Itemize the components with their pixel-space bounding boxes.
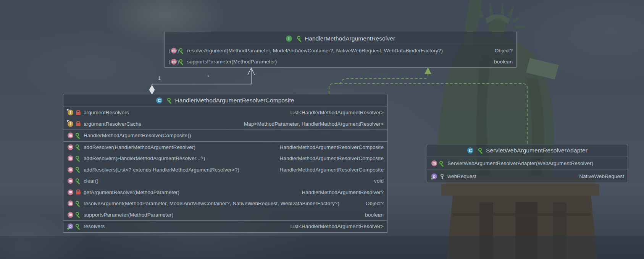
public-visibility-icon [76,156,81,161]
constructor-row[interactable]: m ServletWebArgumentResolverAdapter(WebA… [427,157,628,170]
member-type: void [367,178,384,184]
public-visibility-icon [76,178,81,184]
method-icon: m [68,178,73,184]
class-name: HandlerMethodArgumentResolver [305,35,395,42]
method-icon: m [68,167,73,173]
member-type: List<HandlerMethodArgumentResolver> [284,110,384,115]
public-visibility-icon [478,148,483,153]
multiplicity-label-one: 1 [158,76,161,81]
member-name: addResolvers(HandlerMethodArgumentResolv… [84,155,205,161]
member-type: List<HandlerMethodArgumentResolver> [284,223,384,229]
multiplicity-label-many: * [207,74,209,80]
public-visibility-icon [76,201,81,206]
method-icon: m [68,189,73,195]
member-row-add-resolvers-list[interactable]: m addResolvers(List<? extends HandlerMet… [63,164,387,176]
member-type: boolean [358,212,384,218]
member-type: Map<MethodParameter, HandlerMethodArgume… [237,121,384,127]
field-row-argument-resolver-cache[interactable]: f argumentResolverCache Map<MethodParame… [63,118,387,130]
member-name: argumentResolvers [84,110,129,115]
class-icon: C [156,97,162,104]
member-row-add-resolvers-varargs[interactable]: m addResolvers(HandlerMethodArgumentReso… [63,153,387,164]
member-row-supports-parameter[interactable]: m supportsParameter(MethodParameter) boo… [63,209,387,221]
public-visibility-icon [439,161,444,166]
aggregation-line [152,68,251,86]
aggregation-edge [152,68,255,86]
member-type: Object? [359,201,384,206]
abstract-method-icon: m [171,48,177,53]
method-icon: m [68,155,73,161]
method-icon: m [68,144,73,150]
private-lock-icon [76,110,81,115]
class-icon: C [467,147,473,154]
class-title[interactable]: I HandlerMethodArgumentResolver [165,32,516,45]
property-row-resolvers[interactable]: p resolvers List<HandlerMethodArgumentRe… [63,220,387,232]
implements-arrowhead [424,67,431,74]
member-name: supportsParameter(MethodParameter) [187,59,277,65]
class-title[interactable]: C ServletWebArgumentResolverAdapter [427,144,628,157]
member-name: getArgumentResolver(MethodParameter) [84,189,179,195]
field-row-argument-resolvers[interactable]: f argumentResolvers List<HandlerMethodAr… [63,107,387,118]
property-row-web-request[interactable]: p webRequest NativeWebRequest [427,170,628,183]
member-name: webRequest [447,173,476,179]
class-name: ServletWebArgumentResolverAdapter [486,147,588,154]
method-icon: m [68,133,73,138]
member-type: boolean [487,59,513,65]
member-type: HandlerMethodArgumentResolver? [295,189,384,195]
public-visibility-icon [179,59,184,65]
member-name: addResolvers(List<? extends HandlerMetho… [84,167,239,173]
method-icon: m [431,160,437,166]
field-icon: f [68,110,73,115]
member-type: HandlerMethodArgumentResolverComposite [273,144,384,150]
member-name: clear() [84,178,98,184]
private-lock-icon [76,121,81,126]
public-visibility-icon [179,48,184,53]
abstract-method-icon: m [171,59,177,65]
member-name: resolveArgument(MethodParameter, ModelAn… [84,201,339,206]
member-row-resolve-argument[interactable]: m resolveArgument(MethodParameter, Model… [165,45,516,56]
public-visibility-icon [297,36,302,41]
member-row-get-argument-resolver[interactable]: m getArgumentResolver(MethodParameter) H… [63,187,387,198]
member-name: ServletWebArgumentResolverAdapter(WebArg… [447,160,593,166]
member-row-clear[interactable]: m clear() void [63,175,387,187]
member-row-resolve-argument[interactable]: m resolveArgument(MethodParameter, Model… [63,198,387,209]
member-name: supportsParameter(MethodParameter) [84,212,173,218]
member-type: NativeWebRequest [572,173,624,179]
member-name: resolvers [84,223,105,229]
public-visibility-icon [76,144,81,150]
property-icon: p [431,173,437,179]
protected-key-icon [439,174,444,179]
member-type: Object? [488,48,513,53]
class-node-handler-method-argument-resolver-composite[interactable]: C HandlerMethodArgumentResolverComposite… [63,94,387,233]
member-type: HandlerMethodArgumentResolverComposite [273,167,384,173]
private-lock-icon [76,189,81,195]
field-icon: f [68,121,73,127]
member-name: HandlerMethodArgumentResolverComposite() [84,133,191,138]
uml-diagram-canvas: 1 * I HandlerMethodArgumentResolver m re… [0,0,644,259]
public-visibility-icon [76,133,81,138]
public-visibility-icon [76,224,81,229]
public-visibility-icon [167,98,172,103]
class-name: HandlerMethodArgumentResolverComposite [175,97,294,104]
method-icon: m [68,201,73,206]
member-row-add-resolver[interactable]: m addResolver(HandlerMethodArgumentResol… [63,141,387,153]
public-visibility-icon [76,167,81,172]
property-icon: p [68,223,73,229]
class-title[interactable]: C HandlerMethodArgumentResolverComposite [63,94,387,107]
member-name: argumentResolverCache [84,121,141,127]
aggregation-diamond [149,85,155,94]
member-name: addResolver(HandlerMethodArgumentResolve… [84,144,195,150]
class-node-handler-method-argument-resolver[interactable]: I HandlerMethodArgumentResolver m resolv… [165,32,516,68]
class-node-servlet-web-argument-resolver-adapter[interactable]: C ServletWebArgumentResolverAdapter m Se… [427,144,628,183]
member-name: resolveArgument(MethodParameter, ModelAn… [187,48,443,53]
public-visibility-icon [76,212,81,217]
method-icon: m [68,212,73,218]
member-row-supports-parameter[interactable]: m supportsParameter(MethodParameter) boo… [165,56,516,67]
constructor-row[interactable]: m HandlerMethodArgumentResolverComposite… [63,130,387,141]
interface-icon: I [286,36,292,42]
member-type: HandlerMethodArgumentResolverComposite [273,155,384,161]
